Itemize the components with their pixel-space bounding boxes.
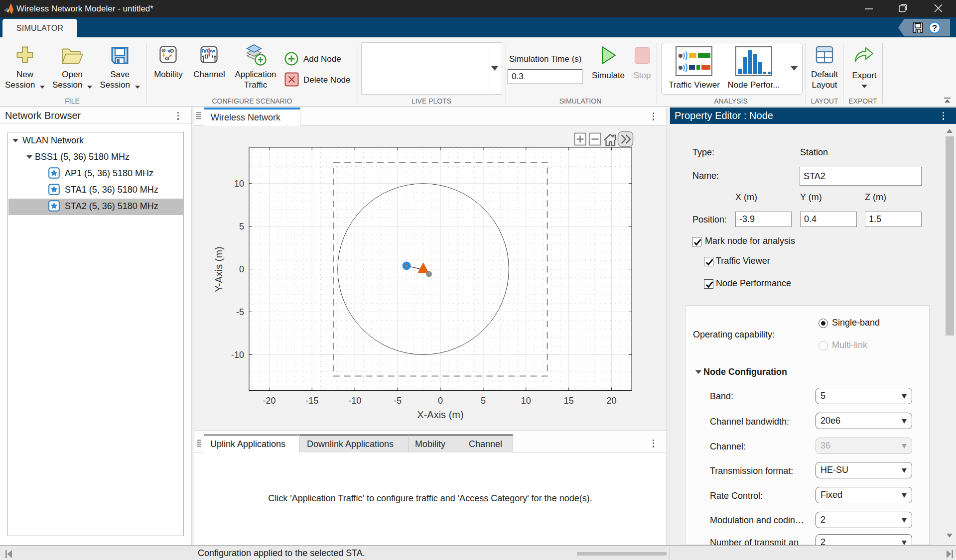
- svg-text:-10: -10: [348, 396, 361, 406]
- svg-text:-20: -20: [263, 396, 275, 406]
- svg-text:X-Axis (m): X-Axis (m): [417, 409, 463, 420]
- svg-text:0: 0: [239, 264, 244, 274]
- svg-text:10: 10: [234, 179, 244, 189]
- svg-text:-10: -10: [231, 350, 244, 360]
- svg-text:?: ?: [932, 23, 937, 33]
- svg-text:-5: -5: [394, 396, 402, 406]
- svg-text:5: 5: [239, 222, 244, 231]
- svg-text:15: 15: [564, 396, 574, 406]
- svg-text:5: 5: [481, 396, 486, 406]
- svg-text:10: 10: [521, 396, 531, 406]
- svg-text:-5: -5: [236, 307, 244, 317]
- svg-text:20: 20: [607, 396, 617, 406]
- svg-text:Y-Axis (m): Y-Axis (m): [213, 246, 224, 292]
- svg-text:-15: -15: [305, 396, 318, 406]
- svg-text:0: 0: [438, 396, 443, 406]
